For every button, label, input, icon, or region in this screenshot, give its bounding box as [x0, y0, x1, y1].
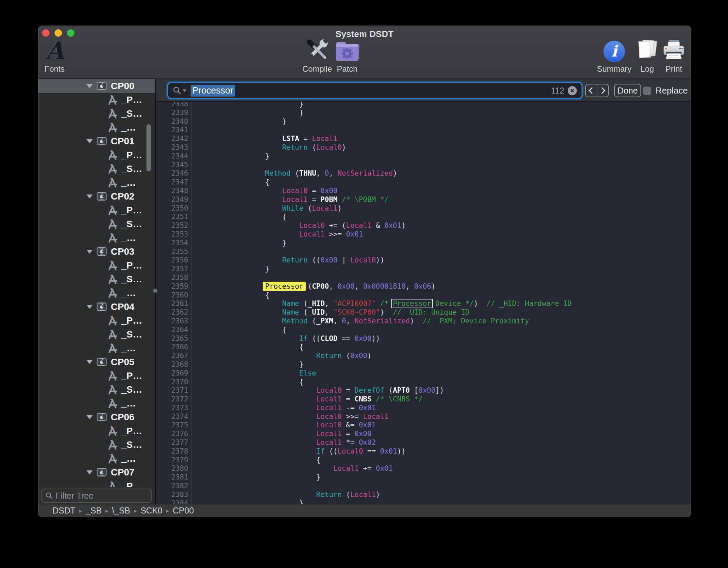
- line-number: 2347: [156, 178, 192, 187]
- tree-row-group[interactable]: CP04: [38, 300, 155, 314]
- tree-row-leaf[interactable]: _S…: [38, 438, 155, 452]
- tree-row-leaf[interactable]: _P…: [38, 479, 155, 487]
- line-number: 2370: [156, 378, 192, 387]
- tree-row-leaf[interactable]: _…: [38, 176, 155, 189]
- tree-leaf-label: _S…: [121, 329, 142, 340]
- line-number: 2360: [156, 291, 192, 300]
- tree-row-group[interactable]: CP03: [38, 245, 155, 258]
- tree-row-group[interactable]: CP07: [38, 465, 155, 479]
- tree-row-leaf[interactable]: _S…: [38, 272, 155, 286]
- breadcrumb-item[interactable]: SCK0: [140, 506, 162, 516]
- find-next-button[interactable]: [597, 84, 608, 97]
- toolbar-summary-button[interactable]: i Summary: [596, 37, 633, 74]
- tree-leaf-label: _S…: [121, 108, 142, 119]
- code-line: 2378 If ((Local0 == 0x01)): [156, 447, 691, 456]
- tree-row-leaf[interactable]: _S…: [38, 383, 155, 396]
- code-line: 2370 {: [156, 378, 691, 387]
- search-input[interactable]: Processor 112: [168, 83, 582, 98]
- tree-row-leaf[interactable]: _…: [38, 396, 155, 410]
- line-number: 2355: [156, 248, 192, 256]
- filter-magnifier-icon: [45, 492, 53, 499]
- tree-row-group[interactable]: CP06: [38, 410, 155, 424]
- asl-symbol-icon: [107, 219, 117, 229]
- tree-row-leaf[interactable]: _P…: [38, 148, 155, 162]
- toolbar-compile-button[interactable]: Compile: [302, 37, 332, 74]
- tree-row-leaf[interactable]: _P…: [38, 424, 155, 438]
- code-line: 2381 }: [156, 473, 691, 482]
- device-scroll-icon: [97, 302, 107, 311]
- device-scroll-icon: [97, 468, 107, 477]
- line-number: 2364: [156, 326, 192, 334]
- main-split: CP00_P…_S…_…CP01_P…_S…_…CP02_P…_S…_…CP03…: [38, 79, 691, 504]
- device-scroll-icon: [97, 247, 107, 256]
- tree-row-group[interactable]: CP00: [38, 79, 155, 93]
- disclosure-triangle-icon[interactable]: [87, 305, 93, 309]
- disclosure-triangle-icon[interactable]: [87, 194, 93, 199]
- disclosure-triangle-icon[interactable]: [87, 84, 93, 88]
- clear-search-icon[interactable]: [568, 86, 577, 95]
- tree-row-leaf[interactable]: _S…: [38, 327, 155, 341]
- editor-pane: Processor 112 Done Replace 2338: [156, 79, 691, 504]
- breadcrumb-item[interactable]: DSDT: [53, 506, 75, 516]
- breadcrumb-item[interactable]: _SB: [86, 506, 102, 516]
- tree-row-group[interactable]: CP02: [38, 189, 155, 203]
- replace-checkbox[interactable]: [643, 86, 651, 95]
- sidebar-scrollbar-thumb[interactable]: [146, 124, 151, 171]
- line-number: 2380: [156, 464, 192, 473]
- line-number: 2359: [156, 282, 192, 291]
- disclosure-triangle-icon[interactable]: [87, 470, 93, 474]
- disclosure-triangle-icon[interactable]: [87, 415, 93, 419]
- line-number: 2356: [156, 256, 192, 265]
- breadcrumb-item[interactable]: CP00: [173, 506, 194, 516]
- line-number: 2367: [156, 352, 192, 360]
- line-number: 2341: [156, 126, 192, 135]
- breadcrumb-separator-icon: ▸: [166, 507, 169, 514]
- toolbar-print-button[interactable]: Print: [660, 37, 688, 74]
- tree-row-leaf[interactable]: _S…: [38, 217, 155, 231]
- tree-row-leaf[interactable]: _P…: [38, 314, 155, 327]
- search-scope-chevron-icon[interactable]: [183, 90, 187, 92]
- tree-row-leaf[interactable]: _S…: [38, 162, 155, 176]
- disclosure-triangle-icon[interactable]: [87, 250, 93, 254]
- tree-row-leaf[interactable]: _P…: [38, 258, 155, 272]
- tree-row-leaf[interactable]: _…: [38, 231, 155, 245]
- done-button[interactable]: Done: [614, 84, 641, 97]
- tree-row-group[interactable]: CP01: [38, 134, 155, 148]
- tree-row-group[interactable]: CP05: [38, 355, 155, 369]
- asl-symbol-icon: [107, 150, 117, 160]
- sidebar-tree[interactable]: CP00_P…_S…_…CP01_P…_S…_…CP02_P…_S…_…CP03…: [38, 79, 155, 487]
- tree-row-leaf[interactable]: _…: [38, 341, 155, 355]
- toolbar-fonts-button[interactable]: A Fonts: [42, 37, 67, 74]
- breadcrumb-item[interactable]: \_SB: [112, 506, 130, 516]
- tree-leaf-label: _P…: [121, 370, 142, 381]
- code-line: 2362 Name (_UID, "SCK0-CP00") // _UID: U…: [156, 308, 691, 317]
- splitter-handle[interactable]: [153, 289, 157, 293]
- tree-row-leaf[interactable]: _P…: [38, 203, 155, 217]
- code-line: 2353 Local1 >>= 0x01: [156, 230, 691, 239]
- tree-leaf-label: _P…: [121, 481, 142, 487]
- tree-row-leaf[interactable]: _…: [38, 286, 155, 300]
- tree-leaf-label: _P…: [121, 150, 142, 161]
- tree-row-leaf[interactable]: _…: [38, 120, 155, 134]
- tree-row-leaf[interactable]: _P…: [38, 369, 155, 383]
- toolbar-patch-button[interactable]: Patch: [334, 37, 361, 74]
- code-editor[interactable]: 2338 }2339 }2340 }23412342 LSTA = Local1…: [156, 102, 691, 504]
- code-line: 2366 {: [156, 343, 691, 352]
- disclosure-triangle-icon[interactable]: [87, 139, 93, 143]
- asl-symbol-icon: [107, 260, 117, 271]
- asl-symbol-icon: [107, 329, 117, 340]
- asl-symbol-icon: [107, 316, 117, 326]
- tree-row-leaf[interactable]: _P…: [38, 93, 155, 107]
- tree-leaf-label: _S…: [121, 219, 142, 229]
- toolbar-log-button[interactable]: Log: [632, 37, 662, 74]
- filter-tree-input[interactable]: Filter Tree: [41, 489, 152, 503]
- code-line: 2373 Local1 -= 0x01: [156, 404, 691, 413]
- tree-row-leaf[interactable]: _…: [38, 452, 155, 465]
- breadcrumb-separator-icon: ▸: [105, 507, 108, 514]
- disclosure-triangle-icon[interactable]: [87, 360, 93, 364]
- line-number: 2373: [156, 404, 192, 413]
- asl-symbol-icon: [107, 164, 117, 174]
- code-line: 2365 If ((CLOD == 0x00)): [156, 334, 691, 343]
- tree-row-leaf[interactable]: _S…: [38, 107, 155, 120]
- find-previous-button[interactable]: [586, 84, 597, 97]
